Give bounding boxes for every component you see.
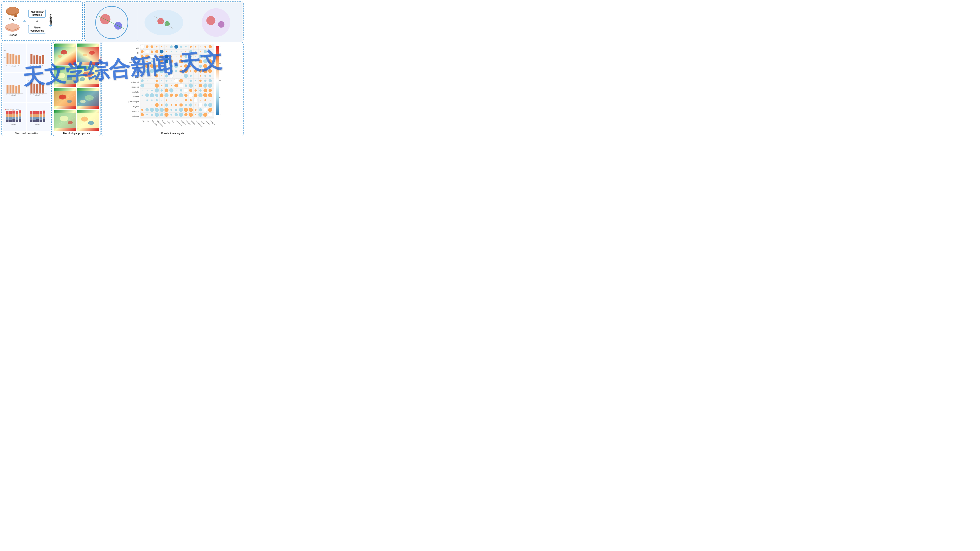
- svg-point-293: [142, 76, 143, 76]
- svg-point-258: [189, 59, 193, 64]
- svg-point-292: [208, 69, 212, 73]
- svg-rect-52: [39, 56, 41, 64]
- svg-text:random coil: random coil: [130, 81, 139, 83]
- svg-text:3: 3: [15, 94, 16, 95]
- surface-3: [54, 65, 76, 87]
- svg-point-253: [165, 60, 168, 63]
- svg-point-394: [195, 105, 196, 105]
- svg-rect-92: [16, 109, 17, 110]
- svg-point-170: [81, 116, 88, 121]
- svg-point-314: [171, 81, 172, 81]
- svg-point-152: [89, 51, 95, 55]
- svg-point-299: [169, 74, 173, 78]
- flavor-box: Flavorcompounds: [28, 25, 46, 33]
- svg-text:estragole: estragole: [132, 115, 139, 117]
- svg-text:SH: SH: [147, 120, 149, 122]
- svg-point-419: [170, 114, 172, 116]
- svg-point-362: [184, 94, 188, 97]
- svg-point-250: [151, 60, 153, 62]
- svg-point-279: [145, 69, 149, 73]
- svg-point-230: [200, 51, 201, 52]
- svg-text:Time (min): Time (min): [11, 95, 16, 96]
- svg-text:4: 4: [43, 122, 44, 124]
- svg-point-369: [146, 100, 148, 101]
- svg-point-282: [159, 69, 164, 73]
- svg-rect-96: [6, 114, 8, 117]
- svg-point-260: [199, 60, 202, 63]
- svg-rect-64: [10, 86, 11, 94]
- svg-point-313: [165, 80, 167, 82]
- svg-point-349: [194, 89, 197, 92]
- svg-text:3: 3: [39, 94, 40, 95]
- svg-text:β-sheat: β-sheat: [6, 109, 8, 110]
- heating-down-section: Heating ↓: [50, 17, 52, 30]
- svg-rect-112: [19, 113, 21, 116]
- svg-point-203: [140, 45, 144, 49]
- breast-label: Breast: [5, 33, 20, 37]
- svg-point-206: [156, 46, 158, 48]
- svg-point-383: [142, 105, 143, 105]
- svg-rect-79: [39, 83, 41, 94]
- corr-title: Correlation analysis: [103, 132, 242, 135]
- svg-text:4: 4: [18, 94, 19, 95]
- svg-point-306: [204, 75, 206, 77]
- svg-rect-39: [13, 54, 14, 64]
- svg-point-345: [176, 90, 177, 91]
- svg-rect-49: [30, 54, 32, 64]
- svg-text:β-turn: β-turn: [135, 76, 139, 78]
- svg-point-312: [161, 80, 162, 81]
- svg-rect-151: [77, 47, 99, 62]
- svg-point-334: [195, 85, 196, 86]
- svg-rect-94: [6, 119, 8, 122]
- svg-point-386: [155, 103, 159, 106]
- svg-point-341: [155, 88, 159, 92]
- svg-text:2: 2: [13, 122, 14, 124]
- svg-point-356: [155, 94, 159, 97]
- svg-point-226: [181, 51, 181, 52]
- svg-rect-428: [216, 46, 219, 115]
- svg-point-327: [161, 85, 162, 86]
- structural-properties-box: 300 SH 0 1 2 3 4 Time (mi: [2, 42, 52, 136]
- morpho-grid: [54, 43, 99, 131]
- thigh-icon: [5, 6, 20, 17]
- svg-point-353: [142, 94, 143, 96]
- svg-text:0: 0: [7, 122, 8, 124]
- svg-point-259: [195, 60, 197, 62]
- myofibrillar-box: Myofibrillarproteins: [29, 9, 46, 18]
- mol-cell-2: [138, 3, 190, 42]
- svg-text:roughness: roughness: [131, 86, 139, 88]
- top-section: Thigh Breast ➔ Myofibrillarproteins: [2, 2, 243, 41]
- svg-point-298: [165, 74, 168, 78]
- svg-point-249: [146, 60, 148, 62]
- secondary-thigh-svg: β-sheat α-helix β-turn: [3, 103, 26, 131]
- svg-text:eugenol: eugenol: [133, 106, 139, 108]
- svg-rect-105: [13, 111, 15, 113]
- svg-text:2: 2: [37, 122, 38, 124]
- svg-point-340: [151, 90, 153, 91]
- svg-point-150: [58, 55, 62, 58]
- svg-point-354: [145, 94, 149, 97]
- svg-point-236: [156, 56, 158, 57]
- svg-point-388: [165, 103, 168, 106]
- svg-point-238: [165, 54, 168, 58]
- svg-point-295: [151, 75, 153, 76]
- svg-point-393: [189, 103, 192, 106]
- svg-point-164: [85, 95, 94, 100]
- svg-point-212: [185, 46, 187, 48]
- svg-point-284: [170, 69, 173, 73]
- svg-point-272: [184, 64, 188, 68]
- correlation-analysis-box: d50 SH BPB bound zeta potential β-sheat …: [102, 42, 243, 136]
- svg-point-251: [155, 59, 159, 64]
- svg-point-382: [210, 100, 210, 101]
- surface-5: [54, 88, 76, 109]
- svg-rect-132: [37, 111, 39, 114]
- svg-point-420: [175, 113, 178, 116]
- svg-point-360: [175, 94, 178, 97]
- svg-point-380: [200, 100, 201, 101]
- svg-point-256: [179, 59, 183, 64]
- svg-point-165: [80, 100, 86, 103]
- svg-point-286: [180, 69, 183, 73]
- svg-text:d50: d50: [136, 48, 139, 49]
- svg-point-422: [184, 113, 188, 116]
- svg-point-416: [155, 113, 159, 117]
